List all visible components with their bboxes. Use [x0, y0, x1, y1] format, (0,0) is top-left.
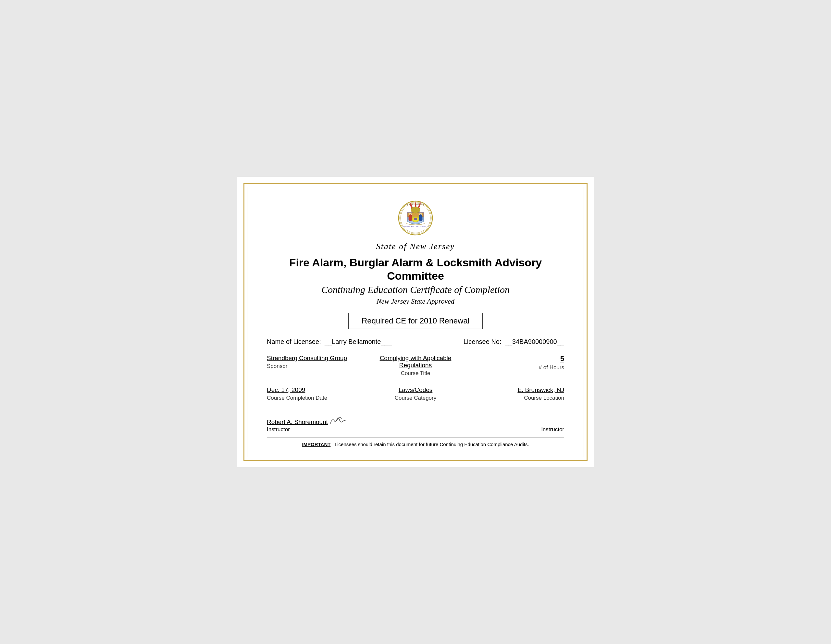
- licensee-name-value: Larry Bellamonte: [332, 338, 381, 345]
- location-col: E. Brunswick, NJ Course Location: [465, 386, 564, 401]
- important-notice: IMPORTANT– Licensees should retain this …: [267, 437, 564, 447]
- date-value: Dec. 17, 2009: [267, 386, 366, 394]
- cert-subtitle: Continuing Education Certificate of Comp…: [267, 284, 564, 295]
- course-title-label: Course Title: [366, 370, 465, 377]
- hours-col: 5 # of Hours: [465, 355, 564, 371]
- svg-rect-6: [414, 218, 417, 219]
- course-title-value: Complying with Applicable Regulations: [366, 355, 465, 369]
- ce-box-container: Required CE for 2010 Renewal: [267, 313, 564, 329]
- committee-name: Fire Alarm, Burglar Alarm & Locksmith Ad…: [267, 256, 564, 283]
- approved-text: New Jersey State Approved: [267, 297, 564, 305]
- course-title-col: Complying with Applicable Regulations Co…: [366, 355, 465, 377]
- sponsor-label: Sponsor: [267, 363, 366, 369]
- category-label: Course Category: [366, 395, 465, 401]
- instructor1-col: Robert A. Shoremount Instructor: [267, 414, 416, 433]
- sponsor-value: Strandberg Consulting Group: [267, 355, 366, 362]
- location-value: E. Brunswick, NJ: [465, 386, 564, 394]
- state-title: State of New Jersey: [267, 242, 564, 251]
- hours-value: 5: [465, 355, 564, 363]
- licensee-row: Name of Licensee: __Larry Bellamonte___ …: [267, 338, 564, 345]
- hours-label: # of Hours: [465, 364, 564, 371]
- instructor1-name: Robert A. Shoremount: [267, 414, 416, 426]
- certificate-inner: LIBERTY AND PROSPERITY THE STATE OF NEW …: [247, 187, 584, 458]
- licensee-no-area: Licensee No: __34BA90000900__: [463, 338, 564, 345]
- licensee-no-value: 34BA90000900: [512, 338, 557, 345]
- licensee-label: Name of Licensee: __Larry Bellamonte___: [267, 338, 392, 345]
- category-value: Laws/Codes: [366, 386, 465, 394]
- certificate-outer-border: LIBERTY AND PROSPERITY THE STATE OF NEW …: [244, 183, 587, 461]
- important-body: – Licensees should retain this document …: [330, 442, 529, 447]
- instructor1-label: Instructor: [267, 426, 416, 433]
- date-label: Course Completion Date: [267, 395, 366, 401]
- instructor2-label: Instructor: [416, 426, 564, 433]
- nj-state-seal: LIBERTY AND PROSPERITY THE STATE OF NEW …: [398, 200, 433, 236]
- signature-row: Robert A. Shoremount Instructor Instruct…: [267, 414, 564, 433]
- svg-text:THE STATE OF NEW JERSEY: THE STATE OF NEW JERSEY: [406, 204, 425, 205]
- location-label: Course Location: [465, 395, 564, 401]
- page-wrapper: LIBERTY AND PROSPERITY THE STATE OF NEW …: [237, 177, 594, 467]
- instructor2-sig-line: [480, 425, 564, 425]
- ce-box: Required CE for 2010 Renewal: [348, 313, 483, 329]
- sponsor-col: Strandberg Consulting Group Sponsor: [267, 355, 366, 369]
- info-row-1: Strandberg Consulting Group Sponsor Comp…: [267, 355, 564, 377]
- seal-area: LIBERTY AND PROSPERITY THE STATE OF NEW …: [267, 200, 564, 236]
- date-col: Dec. 17, 2009 Course Completion Date: [267, 386, 366, 401]
- instructor2-col: Instructor: [416, 425, 564, 433]
- info-row-2: Dec. 17, 2009 Course Completion Date Law…: [267, 386, 564, 401]
- svg-text:LIBERTY AND PROSPERITY: LIBERTY AND PROSPERITY: [402, 226, 429, 227]
- important-label: IMPORTANT: [302, 442, 330, 447]
- signature-graphic: [330, 414, 346, 426]
- category-col: Laws/Codes Course Category: [366, 386, 465, 401]
